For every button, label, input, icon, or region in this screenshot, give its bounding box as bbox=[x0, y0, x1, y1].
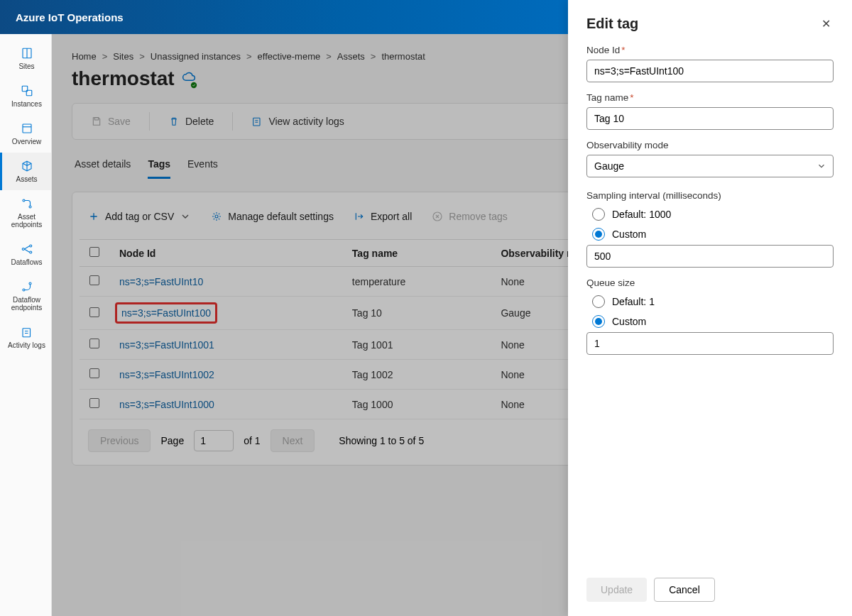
activity-logs-icon bbox=[21, 326, 33, 339]
breadcrumb-instance[interactable]: effective-meme bbox=[258, 51, 321, 62]
dataflows-icon bbox=[21, 243, 33, 255]
svg-point-12 bbox=[191, 82, 197, 88]
sampling-label: Sampling interval (milliseconds) bbox=[586, 190, 834, 201]
panel-title: Edit tag bbox=[586, 16, 638, 32]
tab-tags[interactable]: Tags bbox=[148, 154, 170, 179]
breadcrumb-sites[interactable]: Sites bbox=[113, 51, 133, 62]
node-id-link[interactable]: ns=3;s=FastUInt10 bbox=[109, 267, 342, 297]
row-checkbox[interactable] bbox=[89, 339, 99, 348]
svg-point-10 bbox=[29, 282, 31, 285]
sidebar-item-dataflows[interactable]: Dataflows bbox=[0, 236, 51, 273]
row-checkbox[interactable] bbox=[89, 368, 99, 378]
breadcrumb-unassigned[interactable]: Unassigned instances bbox=[151, 51, 241, 62]
tag-name-label: Tag name* bbox=[586, 92, 834, 103]
tab-events[interactable]: Events bbox=[187, 154, 218, 179]
sidebar-item-asset-endpoints[interactable]: Asset endpoints bbox=[0, 190, 51, 236]
cancel-button[interactable]: Cancel bbox=[654, 578, 715, 602]
obs-mode-select[interactable] bbox=[586, 155, 834, 177]
chevron-down-icon bbox=[180, 211, 191, 222]
update-button: Update bbox=[586, 578, 647, 602]
page-label: Page bbox=[160, 435, 184, 446]
sampling-default-radio[interactable]: Default: 1000 bbox=[592, 208, 834, 221]
sidebar-item-assets[interactable]: Assets bbox=[0, 153, 51, 190]
add-tag-button[interactable]: Add tag or CSV bbox=[88, 211, 191, 222]
svg-rect-14 bbox=[253, 118, 260, 126]
sampling-value-input[interactable] bbox=[586, 245, 834, 268]
queue-label: Queue size bbox=[586, 277, 834, 288]
page-input[interactable] bbox=[194, 430, 234, 451]
svg-rect-13 bbox=[94, 118, 98, 120]
overview-icon bbox=[21, 122, 33, 135]
col-node-id[interactable]: Node Id bbox=[109, 240, 342, 267]
queue-custom-radio[interactable]: Custom bbox=[592, 315, 834, 328]
col-tag-name[interactable]: Tag name bbox=[342, 240, 491, 267]
svg-point-15 bbox=[215, 215, 218, 218]
node-id-link[interactable]: ns=3;s=FastUInt1002 bbox=[109, 360, 342, 390]
node-id-link[interactable]: ns=3;s=FastUInt1000 bbox=[109, 390, 342, 419]
row-checkbox[interactable] bbox=[89, 398, 99, 408]
previous-button: Previous bbox=[88, 429, 151, 452]
svg-point-9 bbox=[23, 289, 25, 291]
radio-checked-icon bbox=[592, 315, 605, 328]
sidebar-item-sites[interactable]: Sites bbox=[0, 40, 51, 77]
queue-default-radio[interactable]: Default: 1 bbox=[592, 295, 834, 308]
svg-point-4 bbox=[23, 199, 25, 202]
obs-mode-label: Observability mode bbox=[586, 140, 834, 150]
sampling-custom-radio[interactable]: Custom bbox=[592, 228, 834, 241]
svg-rect-11 bbox=[23, 329, 31, 337]
tag-name-cell: Tag 1001 bbox=[342, 330, 491, 360]
page-title: thermostat bbox=[72, 67, 175, 90]
view-activity-logs-button[interactable]: View activity logs bbox=[244, 111, 351, 131]
book-icon bbox=[21, 47, 33, 60]
manage-defaults-button[interactable]: Manage default settings bbox=[211, 211, 334, 222]
svg-point-7 bbox=[29, 245, 31, 247]
sidebar-item-dataflow-endpoints[interactable]: Dataflow endpoints bbox=[0, 273, 51, 319]
radio-icon bbox=[592, 295, 605, 308]
of-label: of 1 bbox=[244, 435, 260, 446]
breadcrumb-current: thermostat bbox=[381, 51, 425, 62]
delete-button[interactable]: Delete bbox=[161, 111, 221, 131]
tag-name-cell: Tag 1000 bbox=[342, 390, 491, 419]
assets-icon bbox=[21, 160, 33, 172]
cloud-synced-icon bbox=[182, 70, 196, 87]
instances-icon bbox=[21, 84, 33, 97]
tag-name-cell: Tag 1002 bbox=[342, 360, 491, 390]
svg-point-5 bbox=[29, 206, 31, 208]
tab-asset-details[interactable]: Asset details bbox=[75, 154, 131, 179]
showing-text: Showing 1 to 5 of 5 bbox=[339, 435, 424, 446]
sidebar-item-overview[interactable]: Overview bbox=[0, 115, 51, 153]
app-title: Azure IoT Operations bbox=[16, 11, 124, 23]
svg-rect-3 bbox=[23, 124, 31, 133]
next-button: Next bbox=[271, 429, 315, 452]
sidebar: Sites Instances Overview Assets Asset en… bbox=[0, 34, 52, 616]
radio-checked-icon bbox=[592, 228, 605, 241]
close-icon[interactable]: ✕ bbox=[819, 14, 834, 33]
row-checkbox[interactable] bbox=[89, 307, 99, 317]
node-id-input[interactable] bbox=[586, 60, 834, 82]
radio-icon bbox=[592, 208, 605, 221]
node-id-link[interactable]: ns=3;s=FastUInt100 bbox=[109, 297, 342, 330]
dataflow-endpoints-icon bbox=[21, 280, 33, 293]
remove-tags-button: Remove tags bbox=[432, 211, 507, 222]
export-all-button[interactable]: Export all bbox=[354, 211, 412, 222]
select-all-checkbox[interactable] bbox=[89, 247, 99, 257]
row-checkbox[interactable] bbox=[89, 275, 99, 285]
node-id-link[interactable]: ns=3;s=FastUInt1001 bbox=[109, 330, 342, 360]
sidebar-item-activity-logs[interactable]: Activity logs bbox=[0, 319, 51, 356]
tag-name-input[interactable] bbox=[586, 107, 834, 130]
tag-name-cell: temperature bbox=[342, 267, 491, 297]
tag-name-cell: Tag 10 bbox=[342, 297, 491, 330]
node-id-label: Node Id* bbox=[586, 45, 834, 55]
save-button: Save bbox=[84, 111, 138, 131]
breadcrumb-home[interactable]: Home bbox=[72, 51, 97, 62]
sidebar-item-instances[interactable]: Instances bbox=[0, 77, 51, 115]
endpoints-icon bbox=[21, 197, 33, 210]
svg-point-8 bbox=[29, 251, 31, 253]
edit-tag-panel: Edit tag ✕ Node Id* Tag name* Observabil… bbox=[568, 0, 852, 616]
breadcrumb-assets[interactable]: Assets bbox=[337, 51, 365, 62]
svg-point-6 bbox=[22, 248, 24, 251]
queue-value-input[interactable] bbox=[586, 332, 834, 355]
